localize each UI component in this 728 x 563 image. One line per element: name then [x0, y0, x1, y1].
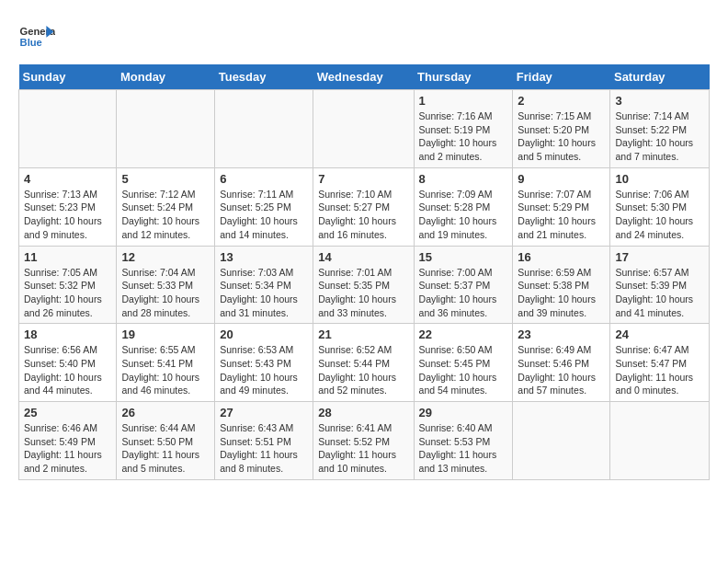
calendar-cell [513, 402, 610, 480]
day-detail: Sunrise: 6:49 AM Sunset: 5:46 PM Dayligh… [518, 343, 605, 397]
day-number: 15 [419, 250, 508, 264]
day-detail: Sunrise: 6:59 AM Sunset: 5:38 PM Dayligh… [518, 266, 605, 320]
day-number: 2 [518, 94, 605, 108]
day-number: 26 [121, 406, 210, 419]
day-detail: Sunrise: 6:53 AM Sunset: 5:43 PM Dayligh… [220, 343, 308, 397]
day-detail: Sunrise: 7:04 AM Sunset: 5:33 PM Dayligh… [121, 266, 210, 320]
day-detail: Sunrise: 7:09 AM Sunset: 5:28 PM Dayligh… [419, 188, 508, 242]
week-row-1: 1Sunrise: 7:16 AM Sunset: 5:19 PM Daylig… [19, 90, 710, 168]
calendar-table: SundayMondayTuesdayWednesdayThursdayFrid… [18, 64, 710, 480]
calendar-cell: 2Sunrise: 7:15 AM Sunset: 5:20 PM Daylig… [513, 90, 610, 168]
calendar-cell: 27Sunrise: 6:43 AM Sunset: 5:51 PM Dayli… [215, 402, 313, 480]
calendar-cell: 22Sunrise: 6:50 AM Sunset: 5:45 PM Dayli… [414, 324, 513, 402]
day-number: 9 [518, 172, 605, 186]
day-number: 6 [220, 172, 308, 186]
day-detail: Sunrise: 6:57 AM Sunset: 5:39 PM Dayligh… [615, 266, 704, 320]
day-detail: Sunrise: 6:47 AM Sunset: 5:47 PM Dayligh… [615, 343, 704, 397]
day-detail: Sunrise: 7:06 AM Sunset: 5:30 PM Dayligh… [615, 188, 704, 242]
day-number: 8 [419, 172, 508, 186]
weekday-header-sunday: Sunday [19, 64, 117, 90]
day-detail: Sunrise: 6:40 AM Sunset: 5:53 PM Dayligh… [419, 421, 508, 476]
day-detail: Sunrise: 7:00 AM Sunset: 5:37 PM Dayligh… [419, 266, 508, 320]
calendar-cell: 17Sunrise: 6:57 AM Sunset: 5:39 PM Dayli… [610, 246, 710, 324]
calendar-cell: 3Sunrise: 7:14 AM Sunset: 5:22 PM Daylig… [610, 90, 710, 168]
day-detail: Sunrise: 7:14 AM Sunset: 5:22 PM Dayligh… [615, 109, 704, 164]
calendar-cell: 6Sunrise: 7:11 AM Sunset: 5:25 PM Daylig… [215, 167, 313, 246]
weekday-header-wednesday: Wednesday [313, 64, 414, 90]
day-detail: Sunrise: 7:16 AM Sunset: 5:19 PM Dayligh… [419, 109, 508, 164]
calendar-cell: 14Sunrise: 7:01 AM Sunset: 5:35 PM Dayli… [313, 246, 414, 324]
calendar-cell: 8Sunrise: 7:09 AM Sunset: 5:28 PM Daylig… [414, 167, 513, 246]
day-number: 4 [24, 172, 111, 186]
day-number: 7 [318, 172, 408, 186]
day-number: 3 [615, 94, 704, 108]
day-number: 22 [419, 327, 508, 341]
day-number: 21 [318, 327, 408, 341]
week-row-3: 11Sunrise: 7:05 AM Sunset: 5:32 PM Dayli… [19, 246, 710, 324]
day-detail: Sunrise: 6:55 AM Sunset: 5:41 PM Dayligh… [121, 343, 210, 397]
calendar-cell: 24Sunrise: 6:47 AM Sunset: 5:47 PM Dayli… [610, 324, 710, 402]
weekday-header-friday: Friday [513, 64, 610, 90]
day-detail: Sunrise: 7:05 AM Sunset: 5:32 PM Dayligh… [24, 266, 111, 320]
calendar-cell: 1Sunrise: 7:16 AM Sunset: 5:19 PM Daylig… [414, 90, 513, 168]
day-number: 5 [121, 172, 210, 186]
weekday-header-thursday: Thursday [414, 64, 513, 90]
calendar-cell: 11Sunrise: 7:05 AM Sunset: 5:32 PM Dayli… [19, 246, 117, 324]
day-detail: Sunrise: 6:43 AM Sunset: 5:51 PM Dayligh… [220, 421, 308, 476]
week-row-2: 4Sunrise: 7:13 AM Sunset: 5:23 PM Daylig… [19, 167, 710, 246]
day-number: 20 [220, 327, 308, 341]
calendar-cell: 28Sunrise: 6:41 AM Sunset: 5:52 PM Dayli… [313, 402, 414, 480]
weekday-header-saturday: Saturday [610, 64, 710, 90]
logo: General Blue [18, 18, 55, 55]
day-number: 19 [121, 327, 210, 341]
calendar-cell: 9Sunrise: 7:07 AM Sunset: 5:29 PM Daylig… [513, 167, 610, 246]
calendar-cell [313, 90, 414, 168]
day-number: 16 [518, 250, 605, 264]
calendar-cell [19, 90, 117, 168]
calendar-cell: 18Sunrise: 6:56 AM Sunset: 5:40 PM Dayli… [19, 324, 117, 402]
calendar-cell: 29Sunrise: 6:40 AM Sunset: 5:53 PM Dayli… [414, 402, 513, 480]
calendar-cell [610, 402, 710, 480]
day-number: 28 [318, 406, 408, 419]
weekday-header-monday: Monday [117, 64, 215, 90]
calendar-cell: 21Sunrise: 6:52 AM Sunset: 5:44 PM Dayli… [313, 324, 414, 402]
calendar-cell: 7Sunrise: 7:10 AM Sunset: 5:27 PM Daylig… [313, 167, 414, 246]
day-number: 29 [419, 406, 508, 419]
day-detail: Sunrise: 7:10 AM Sunset: 5:27 PM Dayligh… [318, 188, 408, 242]
week-row-4: 18Sunrise: 6:56 AM Sunset: 5:40 PM Dayli… [19, 324, 710, 402]
calendar-cell: 25Sunrise: 6:46 AM Sunset: 5:49 PM Dayli… [19, 402, 117, 480]
day-number: 1 [419, 94, 508, 108]
weekday-header-row: SundayMondayTuesdayWednesdayThursdayFrid… [19, 64, 710, 90]
calendar-cell: 4Sunrise: 7:13 AM Sunset: 5:23 PM Daylig… [19, 167, 117, 246]
day-detail: Sunrise: 6:52 AM Sunset: 5:44 PM Dayligh… [318, 343, 408, 397]
calendar-cell: 5Sunrise: 7:12 AM Sunset: 5:24 PM Daylig… [117, 167, 215, 246]
svg-text:Blue: Blue [20, 37, 42, 48]
day-detail: Sunrise: 7:13 AM Sunset: 5:23 PM Dayligh… [24, 188, 111, 242]
calendar-cell: 19Sunrise: 6:55 AM Sunset: 5:41 PM Dayli… [117, 324, 215, 402]
calendar-cell: 13Sunrise: 7:03 AM Sunset: 5:34 PM Dayli… [215, 246, 313, 324]
header-area: General Blue [18, 18, 710, 55]
day-detail: Sunrise: 7:01 AM Sunset: 5:35 PM Dayligh… [318, 266, 408, 320]
day-number: 24 [615, 327, 704, 341]
calendar-cell [215, 90, 313, 168]
day-number: 13 [220, 250, 308, 264]
day-number: 18 [24, 327, 111, 341]
calendar-cell: 15Sunrise: 7:00 AM Sunset: 5:37 PM Dayli… [414, 246, 513, 324]
calendar-cell: 23Sunrise: 6:49 AM Sunset: 5:46 PM Dayli… [513, 324, 610, 402]
day-number: 10 [615, 172, 704, 186]
day-number: 17 [615, 250, 704, 264]
day-detail: Sunrise: 7:11 AM Sunset: 5:25 PM Dayligh… [220, 188, 308, 242]
day-detail: Sunrise: 6:56 AM Sunset: 5:40 PM Dayligh… [24, 343, 111, 397]
calendar-cell: 20Sunrise: 6:53 AM Sunset: 5:43 PM Dayli… [215, 324, 313, 402]
day-detail: Sunrise: 6:50 AM Sunset: 5:45 PM Dayligh… [419, 343, 508, 397]
weekday-header-tuesday: Tuesday [215, 64, 313, 90]
day-detail: Sunrise: 6:44 AM Sunset: 5:50 PM Dayligh… [121, 421, 210, 476]
day-number: 12 [121, 250, 210, 264]
calendar-cell: 12Sunrise: 7:04 AM Sunset: 5:33 PM Dayli… [117, 246, 215, 324]
day-detail: Sunrise: 7:07 AM Sunset: 5:29 PM Dayligh… [518, 188, 605, 242]
day-number: 11 [24, 250, 111, 264]
day-detail: Sunrise: 6:41 AM Sunset: 5:52 PM Dayligh… [318, 421, 408, 476]
day-detail: Sunrise: 7:12 AM Sunset: 5:24 PM Dayligh… [121, 188, 210, 242]
calendar-cell [117, 90, 215, 168]
calendar-cell: 26Sunrise: 6:44 AM Sunset: 5:50 PM Dayli… [117, 402, 215, 480]
